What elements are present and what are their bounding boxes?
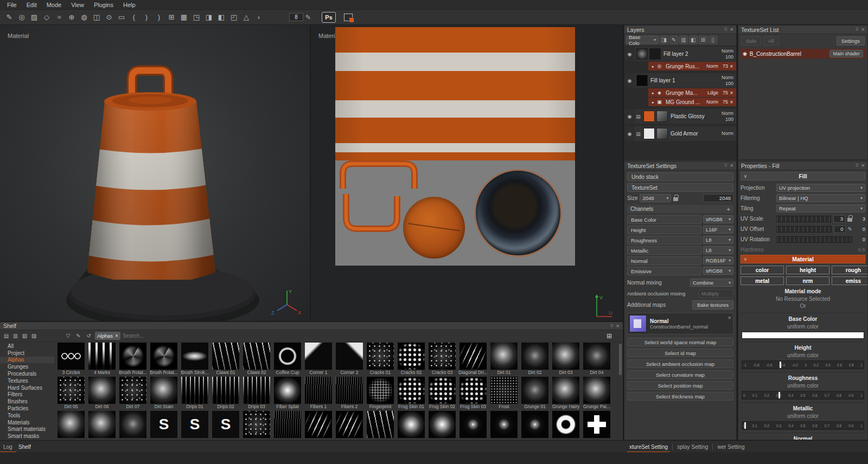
undo-icon[interactable]: ↺ bbox=[85, 332, 93, 340]
alpha-thumbnail[interactable] bbox=[490, 411, 518, 438]
uv-offset-y-field[interactable]: 0 bbox=[854, 226, 865, 232]
shelf-category[interactable]: Procedurals bbox=[0, 370, 54, 377]
channel-format-dropdown[interactable]: sRGB8▾ bbox=[703, 267, 733, 275]
pencil-icon[interactable]: ✎ bbox=[848, 226, 852, 232]
uv-scale-y-field[interactable]: 3 bbox=[854, 216, 865, 222]
shelf-item[interactable]: Fibers 2 bbox=[335, 377, 364, 410]
menu-item[interactable]: File bbox=[2, 1, 22, 9]
projection-dropdown[interactable]: UV projection▾ bbox=[776, 184, 865, 192]
main-shader-button[interactable]: Main shader bbox=[829, 50, 863, 57]
opacity-value[interactable]: 100 bbox=[725, 54, 733, 60]
shelf-item[interactable]: Dirt 01 bbox=[489, 343, 519, 376]
solo-button[interactable]: Solo bbox=[741, 36, 761, 46]
shelf-item[interactable] bbox=[273, 411, 302, 440]
screenshot-export-icon[interactable]: ◳ bbox=[190, 11, 202, 23]
alpha-thumbnail[interactable] bbox=[305, 377, 332, 404]
layer-row[interactable]: ◉ ▤ Plastic Glossy Norm100 bbox=[624, 109, 736, 124]
export-textures-icon[interactable] bbox=[344, 14, 353, 21]
shelf-category[interactable]: Brushes bbox=[0, 398, 54, 405]
panel-menu-icon[interactable]: ⠿ bbox=[856, 163, 859, 168]
layer-thumbnail[interactable] bbox=[643, 111, 655, 122]
visibility-icon[interactable]: ◉ bbox=[628, 131, 632, 137]
path-curve-icon[interactable]: ) bbox=[141, 11, 152, 23]
shelf-item[interactable]: Claws 02 bbox=[242, 343, 271, 376]
layer-row[interactable]: ◉ Fill layer 1 Norm100 bbox=[624, 73, 736, 88]
alpha-thumbnail[interactable] bbox=[212, 377, 239, 404]
remove-effect-icon[interactable]: × bbox=[728, 63, 735, 69]
layer-row[interactable]: ◉ ▤ Gold Armor Norm bbox=[624, 126, 736, 141]
alpha-thumbnail[interactable] bbox=[243, 411, 270, 438]
shelf-item[interactable]: Dirt 03 bbox=[551, 343, 580, 376]
alpha-thumbnail[interactable] bbox=[367, 411, 394, 438]
polygon-fill-icon[interactable]: ◇ bbox=[41, 11, 53, 23]
shelf-item[interactable] bbox=[180, 411, 209, 440]
viewport-layout-icon[interactable]: ◰ bbox=[228, 11, 240, 23]
path-close-icon[interactable]: ) bbox=[153, 11, 165, 23]
filter-funnel-icon[interactable]: ▽ bbox=[64, 332, 72, 340]
fill-section-header[interactable]: ∨ Fill bbox=[741, 172, 865, 181]
shelf-category[interactable]: Tools bbox=[0, 412, 54, 419]
blend-mode[interactable]: Norm bbox=[703, 99, 718, 105]
shelf-item[interactable]: Drips 01 bbox=[180, 377, 209, 410]
alpha-thumbnail[interactable] bbox=[459, 377, 487, 404]
panel-menu-icon[interactable]: ⠿ bbox=[724, 27, 727, 32]
blend-mode[interactable]: Norm bbox=[703, 63, 718, 69]
material-section-header[interactable]: ∨ Material bbox=[741, 255, 865, 263]
tiling-dropdown[interactable]: Repeat▾ bbox=[776, 204, 865, 212]
shelf-item[interactable] bbox=[427, 411, 457, 440]
layer-thumbnail[interactable] bbox=[636, 48, 648, 60]
metallic-slider[interactable]: 00.10.20.30.40.50.60.70.80.91 bbox=[742, 421, 864, 430]
photoshop-export-button[interactable]: Ps bbox=[322, 12, 336, 23]
folder-icon[interactable]: ▤ bbox=[635, 131, 642, 137]
shelf-item[interactable]: Brush Rotat... bbox=[149, 343, 178, 376]
channel-name-button[interactable]: Emissive bbox=[627, 267, 701, 275]
opacity-value[interactable]: 100 bbox=[725, 81, 733, 87]
alpha-thumbnail[interactable] bbox=[367, 343, 394, 370]
shelf-item[interactable] bbox=[335, 411, 364, 440]
alpha-thumbnail[interactable] bbox=[398, 377, 425, 404]
tab-display-settings[interactable]: splay Setting bbox=[673, 441, 712, 453]
slider-handle[interactable] bbox=[780, 362, 781, 368]
shelf-item[interactable]: 4 Marks bbox=[87, 343, 117, 376]
visibility-icon[interactable]: ◉ bbox=[628, 78, 632, 83]
channel-format-dropdown[interactable]: L8▾ bbox=[703, 236, 733, 244]
tab-log[interactable]: Log bbox=[0, 441, 16, 453]
shelf-item[interactable]: Dirt Stain bbox=[149, 377, 178, 410]
alpha-thumbnail[interactable] bbox=[181, 411, 208, 438]
close-icon[interactable]: × bbox=[730, 163, 733, 169]
alpha-thumbnail[interactable] bbox=[336, 343, 363, 370]
alpha-thumbnail[interactable] bbox=[583, 343, 610, 370]
shelf-item[interactable] bbox=[242, 411, 271, 440]
shelf-item[interactable]: Dirt 05 bbox=[56, 377, 86, 410]
channel-toggle[interactable]: nrm bbox=[786, 276, 829, 285]
shelf-item[interactable] bbox=[582, 411, 611, 440]
alpha-thumbnail[interactable] bbox=[150, 377, 177, 404]
channel-name-button[interactable]: Height bbox=[627, 225, 701, 234]
blend-mode[interactable]: Norm bbox=[722, 48, 733, 54]
roughness-slider[interactable]: 00.10.20.30.40.50.60.70.80.91 bbox=[742, 391, 864, 399]
alpha-thumbnail[interactable] bbox=[429, 343, 456, 370]
shelf-item[interactable]: Frog Skin 03 bbox=[458, 377, 488, 410]
height-slider[interactable]: -1-0.8-0.6-0.4-0.200.20.40.60.81 bbox=[742, 360, 864, 369]
alpha-thumbnail[interactable] bbox=[459, 411, 487, 438]
mask-effect-row[interactable]: ● ◈ Grunge Ma... Ldge 75 × bbox=[648, 88, 736, 97]
shelf-category[interactable]: Textures bbox=[0, 377, 54, 384]
folder-icon[interactable]: ▤ bbox=[635, 114, 642, 119]
uv-grid-icon[interactable]: ⊞ bbox=[165, 11, 177, 23]
channel-format-dropdown[interactable]: sRGB8▾ bbox=[703, 215, 733, 223]
shelf-category[interactable]: Smart masks bbox=[0, 433, 54, 440]
shelf-item[interactable] bbox=[304, 411, 333, 440]
alpha-thumbnail[interactable] bbox=[521, 343, 548, 370]
shelf-item[interactable] bbox=[551, 411, 580, 440]
filtering-dropdown[interactable]: Bilinear | HQ▾ bbox=[776, 194, 865, 202]
alpha-thumbnail[interactable] bbox=[243, 343, 270, 370]
shelf-category[interactable]: Filters bbox=[0, 391, 54, 398]
visibility-icon[interactable]: ◉ bbox=[628, 51, 632, 57]
stamp-icon[interactable]: ▭ bbox=[116, 11, 127, 23]
select-map-button[interactable]: Select curvature map bbox=[627, 370, 733, 379]
channel-name-button[interactable]: Roughness bbox=[627, 236, 701, 244]
perspective-icon[interactable]: ◧ bbox=[215, 11, 227, 23]
alpha-thumbnail[interactable] bbox=[521, 411, 548, 438]
settings-button[interactable]: Settings bbox=[837, 36, 865, 46]
filter-chip[interactable]: Alphas × bbox=[95, 332, 120, 340]
